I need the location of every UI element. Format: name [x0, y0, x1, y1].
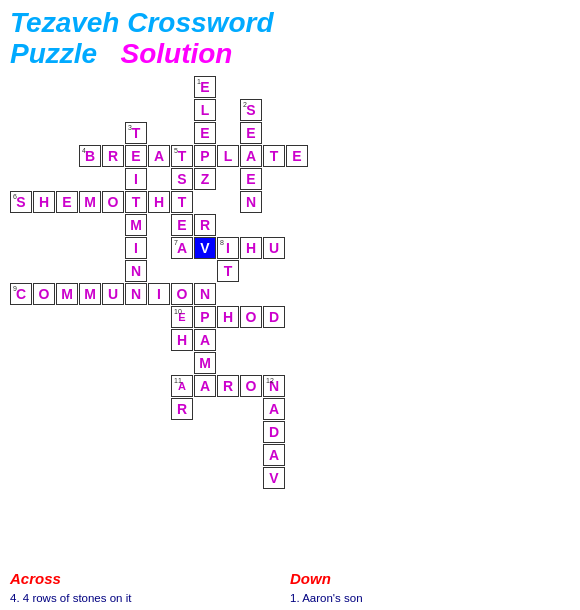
- cell-10-E: 10E: [171, 306, 193, 328]
- cell-3-M: M: [125, 214, 147, 236]
- clue-down-1: 1. Aaron's son: [290, 590, 562, 606]
- title-block: Tezaveh Crossword Puzzle Solution: [10, 8, 570, 70]
- cell-9-M2: M: [79, 283, 101, 305]
- cell-9-I: I: [148, 283, 170, 305]
- cell-4-R: R: [102, 145, 124, 167]
- cell-6-S: 6S: [10, 191, 32, 213]
- cell-11-A: 11A: [171, 375, 193, 397]
- down-header: Down: [290, 570, 562, 587]
- cell-4-E2: E: [286, 145, 308, 167]
- cell-7-H: H: [240, 237, 262, 259]
- cell-4-T: T: [263, 145, 285, 167]
- clue-down-2: 2. Days to install a priest: [290, 606, 562, 610]
- cell-4-A2: A: [240, 145, 262, 167]
- cell-7-A: 7A: [171, 237, 193, 259]
- cell-9-M: M: [56, 283, 78, 305]
- cell-1-Z: Z: [194, 168, 216, 190]
- cell-2-S: 2S: [240, 99, 262, 121]
- cell-9-O2: O: [171, 283, 193, 305]
- clue-across-6: 6. The book where the Parsha is from: [10, 606, 282, 610]
- cell-12-A2: A: [263, 444, 285, 466]
- cell-4-A: A: [148, 145, 170, 167]
- cell-1-E: 1E: [194, 76, 216, 98]
- cell-10-O: O: [240, 306, 262, 328]
- cell-10-H2: H: [171, 329, 193, 351]
- cell-4-E: E: [125, 145, 147, 167]
- cell-3-T: 3T: [125, 122, 147, 144]
- cell-11-R: R: [217, 375, 239, 397]
- cell-9-O: O: [33, 283, 55, 305]
- cell-11-N: 12N: [263, 375, 285, 397]
- title-line1: Tezaveh Crossword: [10, 8, 570, 39]
- app: Tezaveh Crossword Puzzle Solution 1E L E…: [0, 0, 580, 610]
- cell-1-R: R: [194, 214, 216, 236]
- cell-5-T: T: [171, 191, 193, 213]
- clue-across-4: 4. 4 rows of stones on it: [10, 590, 282, 606]
- cell-3-I: I: [125, 168, 147, 190]
- cell-9-U: U: [102, 283, 124, 305]
- cell-am-M: M: [194, 352, 216, 374]
- cell-1-L: L: [194, 99, 216, 121]
- title-solution: Solution: [120, 38, 232, 69]
- cell-8-I: 8I: [217, 237, 239, 259]
- cell-4-P: P: [194, 145, 216, 167]
- across-clues: Across 4. 4 rows of stones on it 6. The …: [10, 570, 290, 610]
- title-line2: Puzzle Solution: [10, 39, 570, 70]
- cell-am-A: A: [194, 329, 216, 351]
- title-puzzle: Puzzle: [10, 38, 97, 69]
- cell-7-U: U: [263, 237, 285, 259]
- cell-11-R2: R: [171, 398, 193, 420]
- cell-6-T: T: [125, 191, 147, 213]
- cell-12-A: A: [263, 398, 285, 420]
- cell-5-E: S: [171, 168, 193, 190]
- cell-2-N: N: [240, 191, 262, 213]
- cell-6-M: M: [79, 191, 101, 213]
- cell-4-S: 5T: [171, 145, 193, 167]
- cell-12-D: D: [263, 421, 285, 443]
- cell-6-H: H: [33, 191, 55, 213]
- cell-4-L: L: [217, 145, 239, 167]
- cell-3-N: N: [125, 260, 147, 282]
- cell-12-V: V: [263, 467, 285, 489]
- cell-9-N: N: [125, 283, 147, 305]
- cell-2-E: E: [240, 122, 262, 144]
- cell-9-N2: N: [194, 283, 216, 305]
- cell-6-H2: H: [148, 191, 170, 213]
- cell-5-E2: E: [171, 214, 193, 236]
- title-text-1: Tezaveh Crossword: [10, 7, 273, 38]
- cell-11-A2: A: [194, 375, 216, 397]
- cell-7-V: V: [194, 237, 216, 259]
- cell-3-I2: I: [125, 237, 147, 259]
- cell-1-E2: E: [194, 122, 216, 144]
- clues-section: Across 4. 4 rows of stones on it 6. The …: [10, 570, 570, 610]
- cell-6-E: E: [56, 191, 78, 213]
- down-clues: Down 1. Aaron's son 2. Days to install a…: [290, 570, 570, 610]
- cell-2-E2: E: [240, 168, 262, 190]
- cell-11-O: O: [240, 375, 262, 397]
- cell-4-B: 4B: [79, 145, 101, 167]
- crossword-grid: 1E L E A Z R 2S E V E N 3T I M I N: [10, 76, 320, 566]
- cell-10-D: D: [263, 306, 285, 328]
- cell-9-C: 9C: [10, 283, 32, 305]
- content-area: 1E L E A Z R 2S E V E N 3T I M I N: [10, 76, 570, 566]
- cell-10-H: H: [217, 306, 239, 328]
- cell-10-P: P: [194, 306, 216, 328]
- across-header: Across: [10, 570, 282, 587]
- cell-8-T: T: [217, 260, 239, 282]
- cell-6-O: O: [102, 191, 124, 213]
